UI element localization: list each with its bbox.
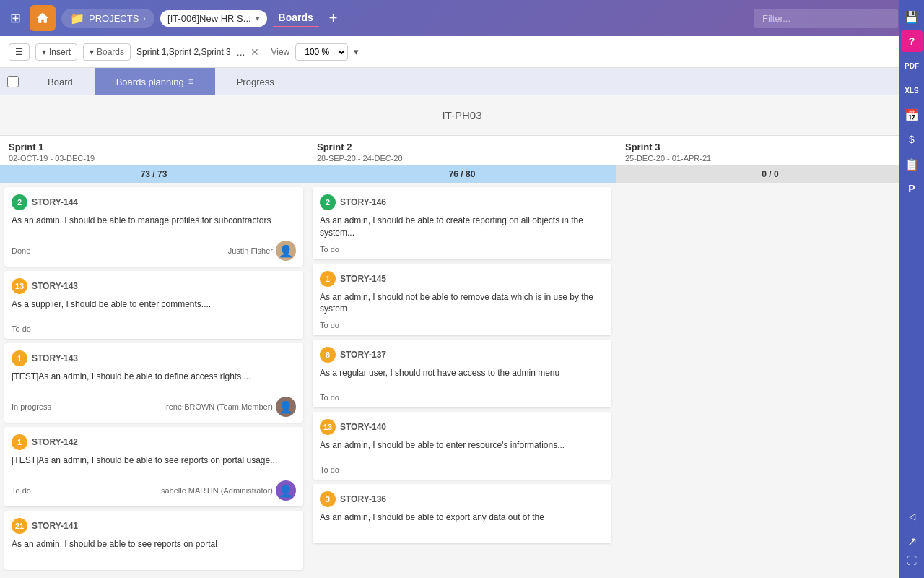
card-id: STORY-146 <box>340 197 386 207</box>
card-id: STORY-143 <box>32 281 78 291</box>
tab-boards-planning[interactable]: Boards planning ≡ <box>95 68 215 95</box>
sprint-dates-3: 25-DEC-20 - 01-APR-21 <box>625 154 915 163</box>
card-badge: 8 <box>320 347 336 363</box>
share-sidebar-icon[interactable]: ↗ <box>901 530 923 552</box>
sprint-title-3: Sprint 3 <box>625 142 915 152</box>
sprint-header-2: Sprint 2 28-SEP-20 - 24-DEC-20 <box>308 136 616 165</box>
projects-tab[interactable]: 📁 PROJECTS › <box>61 9 154 28</box>
card-status: To do <box>12 324 31 333</box>
phase-header: IT-PH03 <box>0 95 924 136</box>
help-sidebar-icon[interactable]: ? <box>901 30 923 52</box>
avatar: 👤 <box>276 397 296 417</box>
story-card[interactable]: 13 STORY-143 As a supplier, I should be … <box>4 271 303 339</box>
xls-sidebar-icon[interactable]: XLS <box>901 79 923 101</box>
card-badge: 2 <box>320 194 336 210</box>
sprint-title-2: Sprint 2 <box>317 142 607 152</box>
card-text: [TEST]As an admin, I should be able to s… <box>12 454 296 475</box>
zoom-select[interactable]: 100 % 75 % 50 % 125 % <box>295 43 348 61</box>
right-sidebar: 💾 ? PDF XLS 📅 $ 📋 P ◁ ↗ ⛶ <box>899 0 924 578</box>
folder-icon: 📁 <box>70 12 84 25</box>
sprint-col-3: Sprint 3 25-DEC-20 - 01-APR-21 0 / 0 <box>616 136 924 578</box>
story-card[interactable]: 8 STORY-137 As a regular user, I should … <box>313 340 611 407</box>
sprint-progress-3: 0 / 0 <box>616 165 924 183</box>
card-text: As an admin, I should be able to export … <box>320 512 604 532</box>
boards-planning-icon: ≡ <box>188 77 193 87</box>
card-footer: To do <box>12 324 296 333</box>
select-all-checkbox[interactable] <box>7 76 19 87</box>
project-dropdown-arrow: ▾ <box>256 14 260 23</box>
card-badge: 13 <box>12 278 27 294</box>
story-card[interactable]: 1 STORY-145 As an admin, I should not be… <box>313 264 611 336</box>
card-header: 2 STORY-144 <box>12 194 296 210</box>
sprints-label: Sprint 1,Sprint 2,Sprint 3 <box>136 47 231 57</box>
card-text: As an admin, I should be able to create … <box>320 215 604 239</box>
card-avatar: Justin Fisher 👤 <box>228 241 296 261</box>
story-card[interactable]: 21 STORY-141 As an admin, I should be ab… <box>4 511 303 570</box>
card-status: To do <box>320 245 339 254</box>
boards-filter-label: Boards <box>97 47 124 57</box>
zoom-dropdown-arrow[interactable]: ▾ <box>354 46 359 57</box>
tab-progress[interactable]: Progress <box>215 68 296 95</box>
more-options-button[interactable]: ... <box>237 46 245 58</box>
pdf-sidebar-icon[interactable]: PDF <box>901 55 923 77</box>
sprint-dates-2: 28-SEP-20 - 24-DEC-20 <box>317 154 607 163</box>
insert-button[interactable]: ▾ Insert <box>35 43 77 61</box>
sprint-cards-1: 2 STORY-144 As an admin, I should be abl… <box>0 183 308 578</box>
dollar-sidebar-icon[interactable]: $ <box>901 129 923 150</box>
table-sidebar-icon[interactable]: 📋 <box>901 153 923 175</box>
boards-filter-button[interactable]: ▾ Boards <box>83 43 131 61</box>
card-badge: 3 <box>320 491 336 507</box>
sprint-cards-3 <box>616 183 924 578</box>
phase-id: IT-PH03 <box>442 109 481 121</box>
projects-chevron: › <box>143 14 146 22</box>
boards-tab[interactable]: Boards <box>273 9 319 27</box>
card-badge: 21 <box>12 518 27 534</box>
expand-sidebar-icon[interactable]: ⛶ <box>907 555 917 566</box>
card-footer: To do <box>320 321 604 329</box>
card-status: To do <box>320 393 339 402</box>
sprint-progress-2: 76 / 80 <box>308 165 616 183</box>
card-footer: To do <box>320 245 604 254</box>
card-status: To do <box>320 321 339 329</box>
card-id: STORY-142 <box>32 437 78 447</box>
sprint-header-1: Sprint 1 02-OCT-19 - 03-DEC-19 <box>0 136 308 165</box>
card-header: 1 STORY-142 <box>12 434 296 450</box>
tab-board[interactable]: Board <box>26 68 95 95</box>
story-card[interactable]: 2 STORY-144 As an admin, I should be abl… <box>4 187 303 267</box>
card-header: 1 STORY-145 <box>320 271 604 287</box>
sprints-container: Sprint 1 02-OCT-19 - 03-DEC-19 73 / 73 2… <box>0 136 924 578</box>
insert-label: Insert <box>49 47 71 57</box>
chevron-sidebar-icon[interactable]: ◁ <box>901 506 923 527</box>
card-badge: 13 <box>320 419 336 435</box>
home-button[interactable] <box>30 5 56 31</box>
calendar-sidebar-icon[interactable]: 📅 <box>901 104 923 126</box>
project-name-button[interactable]: [IT-006]New HR S... ▾ <box>160 10 267 27</box>
card-text: As an admin, I should be able to see rep… <box>12 538 296 558</box>
filter-input[interactable] <box>754 9 898 28</box>
story-card[interactable]: 13 STORY-140 As an admin, I should be ab… <box>313 412 611 480</box>
settings-button[interactable]: ☰ <box>9 43 30 61</box>
view-label: View <box>271 47 289 57</box>
card-footer: To do <box>320 393 604 402</box>
settings-icon: ☰ <box>15 47 23 57</box>
story-card[interactable]: 1 STORY-143 [TEST]As an admin, I should … <box>4 343 303 423</box>
sprint-col-2: Sprint 2 28-SEP-20 - 24-DEC-20 76 / 80 2… <box>308 136 616 578</box>
sprint-dates-1: 02-OCT-19 - 03-DEC-19 <box>9 154 299 163</box>
card-id: STORY-145 <box>340 274 386 284</box>
card-badge: 1 <box>12 434 27 450</box>
card-header: 3 STORY-136 <box>320 491 604 507</box>
save-sidebar-icon[interactable]: 💾 <box>901 6 923 27</box>
p-sidebar-icon[interactable]: P <box>901 178 923 199</box>
card-text: As a regular user, I should not have acc… <box>320 367 604 387</box>
card-header: 13 STORY-140 <box>320 419 604 435</box>
add-tab-button[interactable]: + <box>325 9 342 28</box>
story-card[interactable]: 3 STORY-136 As an admin, I should be abl… <box>313 484 611 543</box>
story-card[interactable]: 1 STORY-142 [TEST]As an admin, I should … <box>4 427 303 506</box>
card-text: As a supplier, I should be able to enter… <box>12 298 296 319</box>
sprint-header-3: Sprint 3 25-DEC-20 - 01-APR-21 <box>616 136 924 165</box>
story-card[interactable]: 2 STORY-146 As an admin, I should be abl… <box>313 187 611 259</box>
card-footer: To do Isabelle MARTIN (Administrator) 👤 <box>12 480 296 501</box>
grid-icon[interactable]: ⊞ <box>7 7 24 29</box>
card-text: As an admin, I should be able to enter r… <box>320 439 604 460</box>
close-filter-button[interactable]: ✕ <box>250 46 259 58</box>
